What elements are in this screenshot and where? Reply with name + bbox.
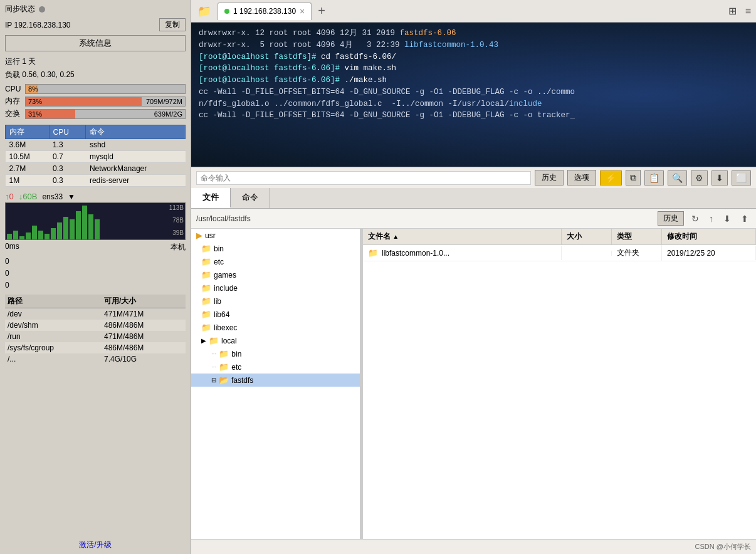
folder-usr-icon: ▶ [196,231,202,240]
terminal: drwxrwxr-x. 12 root root 4096 12月 31 201… [191,23,756,167]
swap-bar-container: 31% 639M/2G [25,109,186,119]
cpu-row: CPU 8% [5,84,186,94]
col-header-size[interactable]: 大小 [562,229,612,244]
net-bar [38,231,43,239]
download-file-icon[interactable]: ⬇ [721,212,733,225]
refresh-icon[interactable]: ↻ [689,212,701,225]
tab-item[interactable]: 1 192.168.238.130 × [218,3,312,20]
dir-item-include-label: include [214,284,238,293]
folder-fastdfs-icon: 📂 [219,375,229,385]
terminal-line-2: drwxr-xr-x. 5 root root 4096 4月 3 22:39 … [199,39,748,51]
net-scale-1: 113B [169,204,184,211]
dir-item-local[interactable]: ▶ 📁 local [191,334,360,347]
grid-icon[interactable]: ⊞ [726,4,739,18]
file-size-libfastcommon [562,251,612,256]
lightning-button[interactable]: ⚡ [600,170,622,186]
col-header-mtime[interactable]: 修改时间 [662,229,756,244]
tab-add-button[interactable]: + [314,4,329,18]
network-graph: 113B 78B 39B [5,202,186,240]
dir-item-games[interactable]: 📁 games [191,268,360,281]
dir-item-bin[interactable]: 📁 bin [191,242,360,255]
dir-item-etc-label: etc [214,258,224,266]
command-input[interactable] [196,171,531,185]
footer: CSDN @小何学长 [191,539,756,554]
tab-close-icon[interactable]: × [300,6,305,16]
dir-item-usr-label: usr [205,231,216,240]
file-manager: 文件 命令 /usr/local/fastdfs 历史 ↻ ↑ ⬇ ⬆ ▶ us… [191,188,756,554]
col-header-name[interactable]: 文件名 ▲ [363,229,562,244]
dir-item-lib[interactable]: 📁 lib [191,295,360,308]
net-bar [26,233,31,239]
folder-icon[interactable]: 📁 [194,4,215,18]
mem-pct: 73% [28,97,42,106]
upload-file-icon[interactable]: ⬆ [738,212,751,225]
cpu-pct: 8% [28,85,38,93]
dir-item-etc[interactable]: 📁 etc [191,255,360,268]
mem-row: 内存 73% 709M/972M [5,96,186,107]
activate-button[interactable]: 激活/升级 [0,536,191,554]
current-path: /usr/local/fastdfs [196,214,653,223]
dir-item-fastdfs[interactable]: ⊟ 📂 fastdfs [191,374,360,387]
file-row-libfastcommon[interactable]: 📁 libfastcommon-1.0... 文件夹 2019/12/25 20 [363,245,756,261]
options-button[interactable]: 选项 [567,170,596,186]
mem-bar-fill [26,97,142,106]
process-row: 2.7M0.3NetworkManager [6,163,186,175]
tab-cmd[interactable]: 命令 [231,188,270,208]
dir-item-local-label: local [221,337,237,345]
terminal-line-7: cc -Wall -D_FILE_OFFSET_BITS=64 -D_GNU_S… [199,110,748,122]
swap-row: 交换 31% 639M/2G [5,108,186,119]
dir-item-local-bin-label: bin [231,350,241,358]
dir-item-local-etc[interactable]: ··· 📁 etc [191,360,360,374]
net-bar [82,206,87,239]
network-row: ↑0 ↓60B ens33 ▼ [0,189,191,202]
file-mtime-libfastcommon: 2019/12/25 20 [662,246,756,260]
folder-libexec-icon: 📁 [201,323,211,332]
tab-icons-right: ⊞ ≡ [726,4,753,18]
dir-item-lib64[interactable]: 📁 lib64 [191,308,360,321]
path-history-button[interactable]: 历史 [658,211,684,226]
tab-label: 1 192.168.238.130 [233,7,296,16]
paste-terminal-button[interactable]: 📋 [644,170,664,186]
folder-lib-icon: 📁 [201,296,211,306]
left-panel: 同步状态 IP 192.168.238.130 复制 系统信息 运行 1 天 负… [0,0,191,554]
menu-icon[interactable]: ≡ [743,4,753,18]
expand-fastdfs-icon: ⊟ [211,377,216,384]
folder-bin-icon: 📁 [201,244,211,253]
history-button[interactable]: 历史 [535,170,564,186]
file-name-libfastcommon: 📁 libfastcommon-1.0... [363,246,562,260]
copy-terminal-button[interactable]: ⧉ [626,170,641,186]
tab-files[interactable]: 文件 [191,188,231,208]
dir-item-fastdfs-label: fastdfs [231,376,253,385]
sysinfo-button[interactable]: 系统信息 [5,35,186,51]
dir-item-bin-label: bin [214,244,224,253]
net-bar [51,228,56,239]
dir-item-games-label: games [214,271,236,280]
net-up: ↑0 [5,192,14,201]
dir-item-include[interactable]: 📁 include [191,281,360,295]
disk-row: /...7.4G/10G [5,353,186,365]
ip-row: IP 192.168.238.130 复制 [0,17,191,33]
settings-terminal-button[interactable]: ⚙ [691,170,708,186]
net-bar [63,217,68,239]
col-header-type[interactable]: 类型 [612,229,662,244]
dir-item-libexec[interactable]: 📁 libexec [191,321,360,334]
dots-etc-icon: ··· [211,363,216,370]
sync-label: 同步状态 [5,4,35,14]
folder-local-etc-icon: 📁 [219,362,229,372]
mem-label: 内存 [5,96,23,107]
copy-button[interactable]: 复制 [159,18,186,31]
disk-row: /dev/shm486M/486M [5,320,186,331]
window-terminal-button[interactable]: ⬜ [732,170,751,186]
download-terminal-button[interactable]: ⬇ [711,170,728,186]
cpu-label: CPU [5,85,23,93]
sync-row: 同步状态 [0,0,191,17]
nic-dropdown-icon[interactable]: ▼ [68,192,75,201]
search-terminal-button[interactable]: 🔍 [668,170,687,186]
sort-arrow: ▲ [392,233,399,240]
dir-item-local-bin[interactable]: ··· 📁 bin [191,347,360,360]
disk-table: 路径 可用/大小 /dev471M/471M/dev/shm486M/486M/… [5,295,186,365]
nic-label: ens33 [42,192,63,201]
file-tabs: 文件 命令 [191,188,756,209]
dir-item-usr[interactable]: ▶ usr [191,229,360,242]
up-icon[interactable]: ↑ [706,212,716,225]
